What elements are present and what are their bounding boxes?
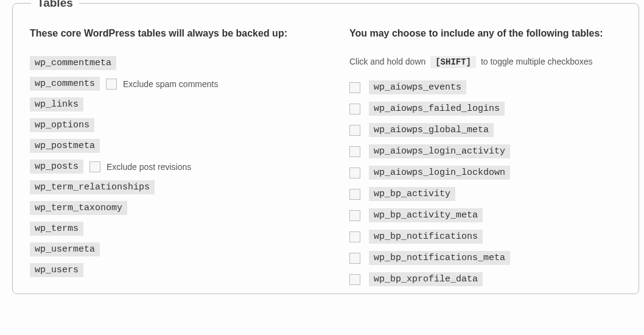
optional-tables-column: You may choose to include any of the fol… <box>331 28 632 294</box>
include-checkbox[interactable] <box>349 146 360 157</box>
optional-tables-heading: You may choose to include any of the fol… <box>349 28 632 39</box>
core-table-row: wp_links <box>30 97 331 111</box>
table-name: wp_aiowps_failed_logins <box>369 102 505 116</box>
include-checkbox[interactable] <box>349 104 360 115</box>
include-checkbox[interactable] <box>349 210 360 221</box>
include-checkbox[interactable] <box>349 274 360 285</box>
optional-table-row: wp_bp_activity_meta <box>349 208 632 222</box>
include-checkbox[interactable] <box>349 125 360 136</box>
core-tables-heading: These core WordPress tables will always … <box>30 28 331 39</box>
table-name: wp_aiowps_events <box>369 80 466 94</box>
core-table-row: wp_commentsExclude spam comments <box>30 77 331 91</box>
core-table-row: wp_postmeta <box>30 139 331 153</box>
shift-key-label: [SHIFT] <box>430 56 476 68</box>
optional-tables-list: wp_aiowps_eventswp_aiowps_failed_loginsw… <box>349 80 632 286</box>
exclude-label: Exclude post revisions <box>107 162 191 172</box>
optional-table-row: wp_bp_notifications <box>349 230 632 244</box>
table-name: wp_postmeta <box>30 139 100 153</box>
table-name: wp_options <box>30 118 94 132</box>
table-name: wp_aiowps_login_lockdown <box>369 166 510 180</box>
include-checkbox[interactable] <box>349 231 360 242</box>
core-table-row: wp_terms <box>30 222 331 236</box>
table-name: wp_term_taxonomy <box>30 201 127 215</box>
table-name: wp_bp_notifications_meta <box>369 251 510 265</box>
optional-table-row: wp_aiowps_login_lockdown <box>349 166 632 180</box>
core-table-row: wp_commentmeta <box>30 56 331 70</box>
table-name: wp_links <box>30 97 83 111</box>
table-name: wp_bp_activity_meta <box>369 208 483 222</box>
table-name: wp_term_relationships <box>30 180 155 194</box>
hint-prefix: Click and hold down <box>349 57 425 66</box>
table-name: wp_posts <box>30 160 83 174</box>
core-table-row: wp_options <box>30 118 331 132</box>
core-table-row: wp_term_relationships <box>30 180 331 194</box>
table-name: wp_usermeta <box>30 242 100 256</box>
shift-hint: Click and hold down [SHIFT] to toggle mu… <box>349 56 632 68</box>
exclude-checkbox[interactable] <box>89 161 100 172</box>
include-checkbox[interactable] <box>349 168 360 178</box>
include-checkbox[interactable] <box>349 82 360 93</box>
table-name: wp_terms <box>30 222 83 236</box>
optional-table-row: wp_aiowps_global_meta <box>349 123 632 137</box>
table-name: wp_bp_notifications <box>369 230 483 244</box>
columns-container: These core WordPress tables will always … <box>13 4 639 294</box>
table-name: wp_aiowps_login_activity <box>369 144 510 158</box>
optional-table-row: wp_bp_xprofile_data <box>349 272 632 286</box>
table-name: wp_commentmeta <box>30 56 116 70</box>
optional-table-row: wp_bp_activity <box>349 187 632 201</box>
hint-suffix: to toggle multiple checkboxes <box>481 57 593 66</box>
core-tables-list: wp_commentmetawp_commentsExclude spam co… <box>30 56 331 277</box>
optional-table-row: wp_aiowps_events <box>349 80 632 94</box>
include-checkbox[interactable] <box>349 253 360 264</box>
table-name: wp_bp_activity <box>369 187 455 201</box>
optional-table-row: wp_aiowps_login_activity <box>349 144 632 158</box>
core-table-row: wp_users <box>30 263 331 277</box>
core-table-row: wp_usermeta <box>30 242 331 256</box>
table-name: wp_aiowps_global_meta <box>369 123 494 137</box>
table-name: wp_bp_xprofile_data <box>369 272 483 286</box>
optional-table-row: wp_aiowps_failed_logins <box>349 102 632 116</box>
optional-table-row: wp_bp_notifications_meta <box>349 251 632 265</box>
tables-fieldset: Tables These core WordPress tables will … <box>12 3 639 294</box>
section-title: Tables <box>31 0 79 10</box>
core-table-row: wp_term_taxonomy <box>30 201 331 215</box>
exclude-checkbox[interactable] <box>106 79 117 90</box>
core-table-row: wp_postsExclude post revisions <box>30 160 331 174</box>
core-tables-column: These core WordPress tables will always … <box>30 28 331 294</box>
table-name: wp_users <box>30 263 83 277</box>
exclude-label: Exclude spam comments <box>123 79 218 89</box>
include-checkbox[interactable] <box>349 189 360 200</box>
table-name: wp_comments <box>30 77 100 91</box>
